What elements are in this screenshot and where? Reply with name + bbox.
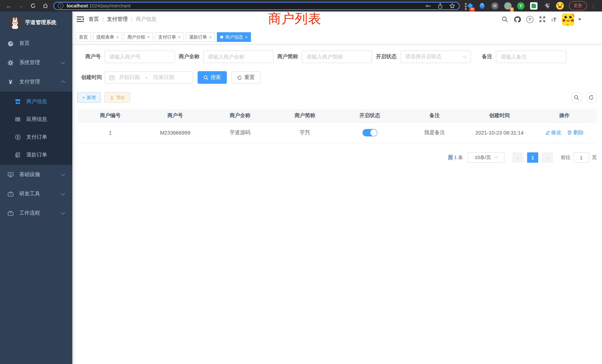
close-icon[interactable]: ×	[116, 35, 119, 39]
sidebar-item-home[interactable]: 首页	[0, 34, 72, 53]
payment-submenu: 商户信息 应用信息	[0, 92, 72, 165]
current-page-button[interactable]: 1	[527, 152, 538, 163]
sidebar-item-workflow[interactable]: 工作流程	[0, 203, 72, 223]
sidebar-subitem-refund-order[interactable]: 退款订单	[0, 146, 72, 164]
command-extension-icon[interactable]: ⌘	[491, 2, 499, 10]
chevron-down-icon	[61, 60, 65, 64]
breadcrumb-separator: /	[102, 17, 104, 22]
briefcase-icon	[7, 191, 14, 197]
prev-page-button[interactable]: ‹	[512, 152, 523, 163]
sidebar-item-dev-tools[interactable]: 研发工具	[0, 184, 72, 203]
site-info-icon[interactable]	[58, 3, 63, 9]
merchant-fullname-input[interactable]	[203, 50, 274, 63]
pagination: 共 1 条 10条/页 ‹ 1 › 前往 页	[78, 152, 597, 163]
close-icon[interactable]: ×	[209, 35, 212, 39]
refresh-table-icon[interactable]	[586, 92, 597, 103]
profile-avatar-icon[interactable]	[556, 2, 564, 10]
sidebar-subitem-pay-order[interactable]: 支付订单	[0, 128, 72, 146]
goto-label: 前往	[561, 154, 570, 161]
address-bar[interactable]: localhost:1024/pay/merchant	[53, 2, 460, 10]
tab-flow-form[interactable]: 流程表单×	[93, 32, 122, 42]
col-remark: 备注	[402, 109, 467, 122]
breadcrumb-current: 商户信息	[136, 16, 157, 23]
sidebar-item-label: 基础设施	[19, 171, 40, 178]
delete-link[interactable]: 删除	[567, 129, 584, 136]
sidebar-item-system[interactable]: 系统管理	[0, 53, 72, 72]
user-avatar[interactable]	[562, 13, 574, 25]
document-icon	[15, 152, 21, 158]
table-row: 1 M233666999 芋道源码 芋艿 我是备注 2021-10-23 08:…	[78, 122, 597, 143]
notes-extension-icon[interactable]	[530, 2, 538, 10]
cell-fullname: 芋道源码	[208, 122, 272, 143]
show-search-toggle-icon[interactable]	[571, 92, 582, 103]
share-icon[interactable]	[437, 3, 443, 9]
add-button[interactable]: + 新增	[77, 92, 101, 103]
browser-reload-icon[interactable]	[30, 3, 36, 9]
tab-user-group[interactable]: 用户分组×	[124, 32, 153, 42]
col-merchant-id: 商户编号	[78, 109, 143, 122]
extensions-area: 10 ⌘ 1 Y	[465, 2, 564, 10]
help-icon[interactable]: ?	[526, 16, 533, 23]
status-toggle[interactable]	[362, 129, 377, 136]
date-start-placeholder: 开始日期	[119, 74, 140, 81]
sidebar-subitem-label: 支付订单	[26, 134, 47, 140]
breadcrumb-home[interactable]: 首页	[89, 16, 99, 23]
header-search-icon[interactable]	[502, 16, 508, 23]
merchant-shortname-input[interactable]	[302, 50, 372, 63]
date-range-picker[interactable]: 开始日期 - 结束日期	[105, 71, 193, 84]
extensions-puzzle-icon[interactable]	[543, 2, 551, 10]
browser-home-icon[interactable]	[43, 3, 48, 9]
password-key-icon[interactable]	[425, 3, 431, 9]
breadcrumb-separator: /	[131, 17, 132, 22]
remark-input[interactable]	[496, 50, 566, 63]
close-icon[interactable]: ×	[147, 35, 150, 39]
yen-icon: ¥	[7, 79, 14, 85]
y-extension-icon[interactable]: Y	[517, 2, 525, 10]
tab-pay-order[interactable]: 支付订单×	[155, 32, 184, 42]
next-page-button[interactable]: ›	[542, 152, 553, 163]
edit-link[interactable]: 修改	[545, 129, 561, 136]
breadcrumb-payment[interactable]: 支付管理	[107, 16, 128, 23]
sidebar-subitem-merchant-info[interactable]: 商户信息	[0, 93, 72, 110]
avatar-caret-icon[interactable]	[578, 18, 581, 20]
logo[interactable]: 芋道管理系统	[0, 11, 72, 34]
sidebar-item-label: 工作流程	[19, 210, 40, 216]
search-button[interactable]: 搜索	[198, 71, 227, 84]
cell-merchant-no: M233666999	[143, 122, 208, 143]
page-size-select[interactable]: 10条/页	[467, 152, 505, 163]
chrome-update-button[interactable]: 更新	[569, 1, 587, 10]
screen: ← → localhost:1024/pay/merchant	[0, 0, 602, 364]
cell-create-time: 2021-10-23 08:31:14	[467, 122, 532, 143]
plus-icon: +	[82, 95, 85, 100]
close-icon[interactable]: ×	[245, 35, 248, 39]
goto-page-input[interactable]	[573, 152, 589, 163]
browser-menu-icon[interactable]: ⋮	[591, 2, 596, 9]
calendar-icon	[109, 75, 115, 80]
sidebar-subitem-app-info[interactable]: 应用信息	[0, 110, 72, 128]
tab-refund-order[interactable]: 退款订单×	[186, 32, 215, 42]
status-select[interactable]: 请选择开启状态	[400, 50, 471, 63]
bookmark-star-icon[interactable]	[449, 3, 455, 9]
close-icon[interactable]: ×	[178, 35, 181, 39]
font-size-icon[interactable]: тT	[551, 16, 556, 22]
yen-circle-icon	[15, 134, 21, 140]
browser-forward-icon[interactable]: →	[18, 3, 24, 9]
sidebar-item-payment[interactable]: ¥ 支付管理	[0, 72, 72, 92]
merchant-no-input[interactable]	[105, 50, 175, 63]
reset-button[interactable]: 重置	[231, 71, 261, 84]
pin-extension-icon[interactable]	[478, 2, 486, 10]
bookmark-manager-extension-icon[interactable]: 10	[465, 2, 473, 10]
col-status: 开启状态	[337, 109, 402, 122]
sidebar-item-infrastructure[interactable]: 基础设施	[0, 165, 72, 184]
export-button[interactable]: 导出	[105, 92, 130, 103]
github-icon[interactable]	[514, 16, 521, 23]
col-shortname: 商户简称	[272, 109, 337, 122]
tab-home[interactable]: 首页	[76, 32, 91, 42]
tab-merchant-info[interactable]: 商户信息×	[217, 32, 251, 42]
sidebar-collapse-icon[interactable]	[77, 16, 84, 22]
proxy-extension-icon[interactable]: 1	[504, 2, 512, 10]
gear-icon	[7, 60, 14, 66]
fullscreen-icon[interactable]	[539, 16, 546, 23]
browser-back-icon[interactable]: ←	[6, 3, 11, 9]
table-header-row: 商户编号 商户号 商户全称 商户简称 开启状态 备注 创建时间 操作	[78, 109, 597, 122]
